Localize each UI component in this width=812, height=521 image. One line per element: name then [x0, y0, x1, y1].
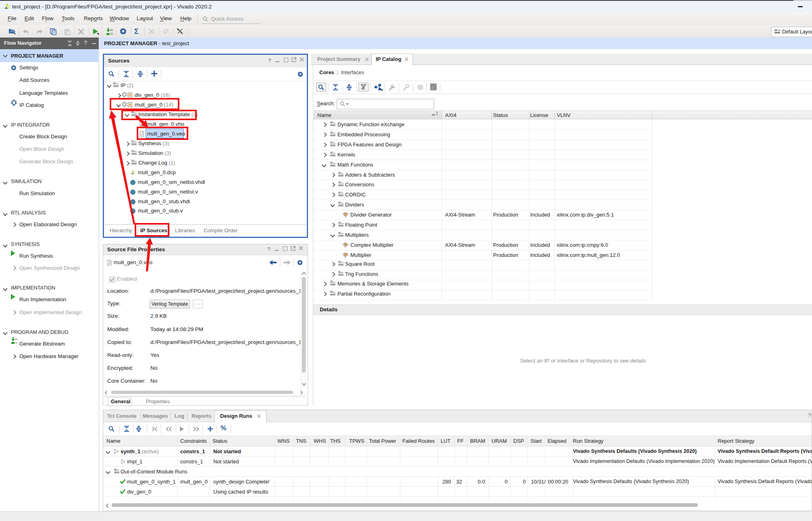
svg-text:01: 01: [15, 338, 17, 341]
svg-text:10: 10: [15, 342, 17, 344]
svg-text:01: 01: [110, 29, 113, 32]
svg-text:10: 10: [110, 33, 113, 35]
